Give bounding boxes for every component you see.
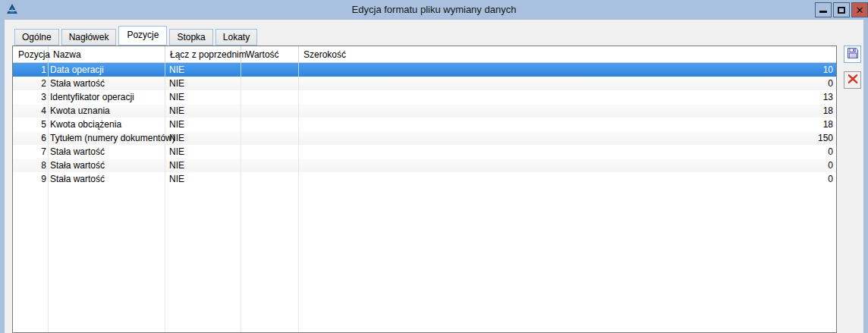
cell-lacz-z-poprzednim: NIE xyxy=(165,77,241,90)
cell-szerokosc: 18 xyxy=(299,104,836,118)
cell-lacz-z-poprzednim: NIE xyxy=(165,145,241,159)
tab-label: Stopka xyxy=(177,32,205,42)
cell-pozycja: 8 xyxy=(13,159,49,172)
cell-szerokosc: 10 xyxy=(299,63,836,77)
column-header-wartosc[interactable]: Wartość xyxy=(241,46,299,63)
table-row[interactable]: 2 Stała wartość NIE 0 xyxy=(13,77,836,90)
empty-cell xyxy=(241,186,299,332)
window-controls: ✕ xyxy=(815,2,868,17)
cell-pozycja: 6 xyxy=(13,131,49,145)
cell-pozycja: 1 xyxy=(13,63,49,77)
dialog-body: Ogólne Nagłówek Pozycje Stopka Lokaty Po… xyxy=(5,20,863,333)
tab-label: Ogólne xyxy=(22,32,52,42)
minimize-button[interactable] xyxy=(815,2,832,17)
table-row[interactable]: 9 Stała wartość NIE 0 xyxy=(13,172,836,186)
cell-nazwa: Data operacji xyxy=(49,63,165,77)
column-header-szerokosc[interactable]: Szerokość xyxy=(299,46,836,63)
cell-szerokosc: 150 xyxy=(299,131,836,145)
cell-wartosc xyxy=(241,104,299,118)
tab-naglowek[interactable]: Nagłówek xyxy=(61,29,117,46)
cell-pozycja: 7 xyxy=(13,145,49,159)
cell-nazwa: Stała wartość xyxy=(49,172,165,186)
titlebar: Edycja formatu pliku wymiany danych ✕ xyxy=(0,0,868,20)
tab-label: Nagłówek xyxy=(69,32,109,42)
cell-wartosc xyxy=(241,131,299,145)
empty-cell xyxy=(299,186,836,332)
tab-pozycje[interactable]: Pozycje xyxy=(118,26,167,46)
window-title: Edycja formatu pliku wymiany danych xyxy=(0,0,868,20)
maximize-icon xyxy=(838,7,845,14)
cell-lacz-z-poprzednim: NIE xyxy=(165,104,241,118)
tab-label: Pozycje xyxy=(127,30,159,40)
empty-cell xyxy=(165,186,241,332)
cell-nazwa: Kwota uznania xyxy=(49,104,165,118)
maximize-button[interactable] xyxy=(833,2,850,17)
cell-lacz-z-poprzednim: NIE xyxy=(165,131,241,145)
cell-nazwa: Kwota obciążenia xyxy=(49,118,165,131)
table-row[interactable]: 7 Stała wartość NIE 0 xyxy=(13,145,836,159)
grid-header-row: Pozycja Nazwa Łącz z poprzednim Wartość … xyxy=(13,46,836,63)
cell-wartosc xyxy=(241,145,299,159)
minimize-icon xyxy=(819,11,827,13)
delete-button[interactable] xyxy=(844,71,861,89)
cell-szerokosc: 13 xyxy=(299,90,836,104)
cell-szerokosc: 0 xyxy=(299,77,836,90)
cell-wartosc xyxy=(241,63,299,77)
cell-pozycja: 5 xyxy=(13,118,49,131)
column-header-pozycja[interactable]: Pozycja xyxy=(13,46,49,63)
column-header-lacz-z-poprzednim[interactable]: Łącz z poprzednim xyxy=(165,46,241,63)
side-toolbar xyxy=(844,46,862,89)
cell-nazwa: Stała wartość xyxy=(49,77,165,90)
cell-wartosc xyxy=(241,172,299,186)
cell-lacz-z-poprzednim: NIE xyxy=(165,172,241,186)
cell-wartosc xyxy=(241,118,299,131)
grid-empty-area xyxy=(13,186,836,332)
tab-ogolne[interactable]: Ogólne xyxy=(14,29,59,46)
tab-stopka[interactable]: Stopka xyxy=(169,29,212,46)
cell-pozycja: 3 xyxy=(13,90,49,104)
cell-pozycja: 4 xyxy=(13,104,49,118)
dialog-window: Edycja formatu pliku wymiany danych ✕ Og… xyxy=(0,0,868,333)
close-button[interactable]: ✕ xyxy=(851,2,868,17)
cell-lacz-z-poprzednim: NIE xyxy=(165,159,241,172)
cell-szerokosc: 18 xyxy=(299,118,836,131)
table-row[interactable]: 1 Data operacji NIE 10 xyxy=(13,63,836,77)
cell-szerokosc: 0 xyxy=(299,172,836,186)
column-header-nazwa[interactable]: Nazwa xyxy=(49,46,165,63)
tab-lokaty[interactable]: Lokaty xyxy=(215,29,257,46)
table-row[interactable]: 5 Kwota obciążenia NIE 18 xyxy=(13,118,836,131)
cell-wartosc xyxy=(241,90,299,104)
tabstrip: Ogólne Nagłówek Pozycje Stopka Lokaty xyxy=(14,23,257,46)
floppy-disk-icon xyxy=(847,47,859,61)
cell-nazwa: Tytułem (numery dokumentów) xyxy=(49,131,165,145)
cell-lacz-z-poprzednim: NIE xyxy=(165,90,241,104)
cell-wartosc xyxy=(241,159,299,172)
table-row[interactable]: 3 Identyfikator operacji NIE 13 xyxy=(13,90,836,104)
save-button[interactable] xyxy=(844,46,861,63)
empty-cell xyxy=(13,186,49,332)
empty-cell xyxy=(49,186,165,332)
cell-szerokosc: 0 xyxy=(299,159,836,172)
cell-lacz-z-poprzednim: NIE xyxy=(165,118,241,131)
cell-pozycja: 2 xyxy=(13,77,49,90)
cell-wartosc xyxy=(241,77,299,90)
positions-grid: Pozycja Nazwa Łącz z poprzednim Wartość … xyxy=(12,46,837,333)
red-x-icon xyxy=(847,73,859,87)
tab-label: Lokaty xyxy=(223,32,250,42)
cell-nazwa: Stała wartość xyxy=(49,145,165,159)
cell-lacz-z-poprzednim: NIE xyxy=(165,63,241,77)
grid-rows: 1 Data operacji NIE 10 2 Stała wartość N… xyxy=(13,63,836,186)
table-row[interactable]: 6 Tytułem (numery dokumentów) NIE 150 xyxy=(13,131,836,145)
table-row[interactable]: 4 Kwota uznania NIE 18 xyxy=(13,104,836,118)
cell-szerokosc: 0 xyxy=(299,145,836,159)
table-row[interactable]: 8 Stała wartość NIE 0 xyxy=(13,159,836,172)
close-icon: ✕ xyxy=(856,5,864,15)
cell-nazwa: Identyfikator operacji xyxy=(49,90,165,104)
cell-nazwa: Stała wartość xyxy=(49,159,165,172)
cell-pozycja: 9 xyxy=(13,172,49,186)
